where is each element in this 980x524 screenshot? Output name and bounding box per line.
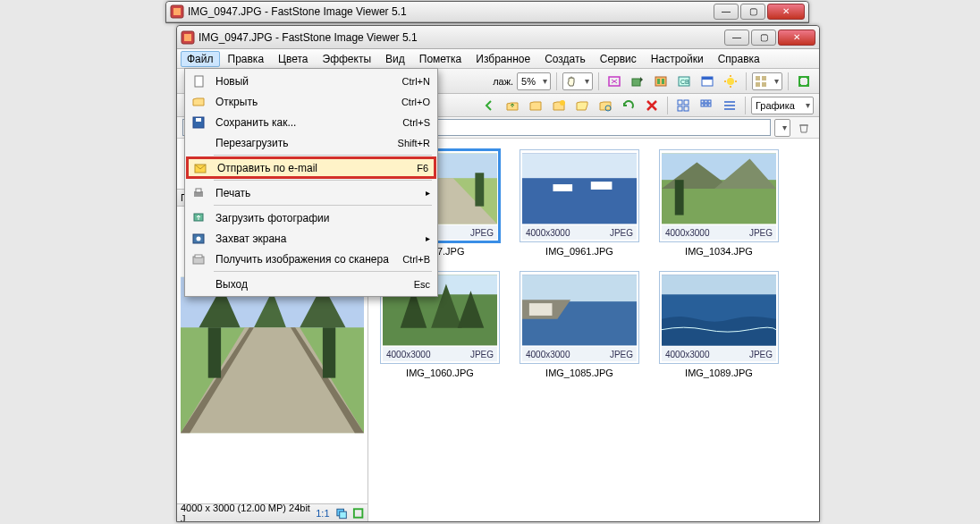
folder-open-icon[interactable] (572, 96, 592, 115)
tool-flip-icon[interactable] (651, 72, 671, 91)
svg-point-84 (197, 236, 201, 241)
svg-point-23 (560, 100, 565, 106)
menubar: ФайлПравкаЦветаЭффектыВидПометкаИзбранно… (177, 49, 819, 69)
menu-separator (214, 205, 432, 206)
thumb-image (522, 274, 637, 347)
menu-вид[interactable]: Вид (379, 51, 411, 67)
svg-rect-73 (529, 303, 553, 316)
menu-item-печать[interactable]: Печать▸ (187, 182, 435, 203)
thumbnail[interactable]: 4000x3000JPEGIMG_1085.JPG (517, 271, 642, 378)
menu-item-загрузить-фотографии[interactable]: Загрузить фотографии (187, 207, 435, 228)
thumbnail[interactable]: 4000x3000JPEGIMG_0961.JPG (517, 149, 642, 257)
tool-sun-icon[interactable] (721, 72, 740, 91)
tool-grid-select[interactable] (752, 72, 782, 90)
expand-icon[interactable] (352, 507, 364, 520)
window-title: IMG_0947.JPG - FastStone Image Viewer 5.… (199, 31, 724, 44)
thumb-meta: 4000x3000JPEG (522, 347, 637, 361)
svg-rect-20 (756, 82, 760, 87)
up-folder-icon[interactable] (503, 96, 522, 115)
titlebar[interactable]: IMG_0947.JPG - FastStone Image Viewer 5.… (177, 26, 819, 49)
trash-icon[interactable] (794, 118, 814, 138)
view-small-icon[interactable] (697, 96, 716, 115)
svg-rect-55 (475, 173, 484, 206)
minimize-button[interactable]: — (714, 4, 739, 20)
svg-rect-18 (756, 76, 760, 80)
thumbnail[interactable]: 4000x3000JPEGIMG_1034.JPG (656, 149, 781, 257)
refresh-icon[interactable] (619, 96, 638, 115)
svg-rect-8 (662, 79, 664, 84)
menu-item-получить-изображения-со-сканера[interactable]: Получить изображения со сканераCtrl+B (187, 249, 435, 269)
menu-создать[interactable]: Создать (538, 51, 592, 67)
svg-rect-32 (701, 104, 704, 106)
menu-правка[interactable]: Правка (222, 51, 271, 67)
menu-item-захват-экрана[interactable]: Захват экрана▸ (187, 228, 435, 249)
menu-separator (214, 271, 432, 272)
svg-rect-81 (196, 189, 201, 192)
separator (598, 72, 599, 90)
menu-цвета[interactable]: Цвета (272, 51, 314, 67)
svg-rect-34 (708, 104, 711, 106)
folder-new-icon[interactable] (549, 96, 569, 115)
menu-справка[interactable]: Справка (712, 51, 766, 67)
folder-search-icon[interactable] (596, 96, 615, 115)
zoom-select[interactable]: 5% (517, 72, 551, 90)
folder-icon[interactable] (526, 96, 545, 115)
upload-icon (191, 211, 206, 225)
delete-icon[interactable] (642, 96, 662, 115)
maximize-button[interactable]: ▢ (740, 4, 765, 20)
menu-item-новый[interactable]: НовыйCtrl+N (187, 71, 435, 91)
menu-избранное[interactable]: Избранное (469, 51, 536, 67)
menu-item-открыть[interactable]: ОткрытьCtrl+O (187, 91, 435, 112)
svg-rect-27 (678, 106, 682, 111)
thumb-name: IMG_1034.JPG (685, 246, 753, 257)
hand-icon (565, 75, 578, 88)
smooth-label: лаж. (493, 76, 513, 87)
tool-fit-icon[interactable] (604, 72, 624, 91)
background-window: IMG_0947.JPG - FastStone Image Viewer 5.… (165, 1, 809, 23)
menu-item-сохранить-как-[interactable]: Сохранить как...Ctrl+S (187, 112, 435, 132)
separator (788, 72, 789, 90)
minimize-button[interactable]: — (724, 30, 749, 46)
menu-item-выход[interactable]: ВыходEsc (187, 274, 435, 294)
svg-text:CB: CB (680, 79, 689, 85)
menu-пометка[interactable]: Пометка (413, 51, 469, 67)
close-button[interactable]: ✕ (778, 30, 815, 46)
menu-файл[interactable]: Файл (181, 51, 220, 67)
menu-настройки[interactable]: Настройки (645, 51, 710, 67)
tool-arrow-up-icon[interactable] (628, 72, 647, 91)
filter-select[interactable]: Графика (751, 97, 814, 114)
svg-rect-33 (705, 104, 707, 106)
tool-cb-icon[interactable]: CB (674, 72, 694, 91)
menu-separator (214, 155, 432, 156)
menu-сервис[interactable]: Сервис (594, 51, 643, 67)
file-menu-dropdown[interactable]: НовыйCtrl+NОткрытьCtrl+OСохранить как...… (184, 68, 438, 297)
menu-item-перезагрузить[interactable]: ПерезагрузитьShift+R (187, 132, 435, 153)
close-button[interactable]: ✕ (767, 4, 805, 20)
svg-rect-26 (684, 100, 689, 105)
svg-rect-6 (655, 77, 666, 86)
maximize-button[interactable]: ▢ (751, 30, 776, 46)
thumbnail[interactable]: 4000x3000JPEGIMG_1089.JPG (656, 271, 781, 378)
thumb-meta: 4000x3000JPEG (522, 225, 637, 240)
tool-fullscreen-icon[interactable] (794, 72, 814, 91)
back-icon[interactable] (479, 96, 499, 115)
svg-rect-71 (522, 275, 637, 302)
thumb-name: IMG_1060.JPG (406, 368, 474, 378)
svg-rect-78 (196, 118, 201, 122)
svg-rect-5 (632, 79, 640, 86)
view-list-icon[interactable] (720, 96, 739, 115)
path-dropdown[interactable] (774, 119, 790, 137)
statusbar: 4000 x 3000 (12.00 MP) 24bit J 1:1 (177, 503, 368, 521)
layers-icon[interactable] (335, 507, 347, 520)
view-large-icon[interactable] (673, 96, 693, 115)
menu-эффекты[interactable]: Эффекты (317, 51, 378, 67)
menu-separator (214, 180, 432, 181)
separator (745, 97, 746, 114)
svg-rect-1 (173, 8, 181, 15)
tool-calendar-icon[interactable] (697, 72, 717, 91)
separator (746, 72, 747, 90)
hand-tool[interactable] (562, 72, 593, 90)
menu-item-отправить-по-e-mail[interactable]: Отправить по e-mailF6 (186, 156, 436, 179)
thumb-name: IMG_0961.JPG (545, 246, 613, 257)
thumb-name: IMG_1089.JPG (685, 368, 753, 378)
